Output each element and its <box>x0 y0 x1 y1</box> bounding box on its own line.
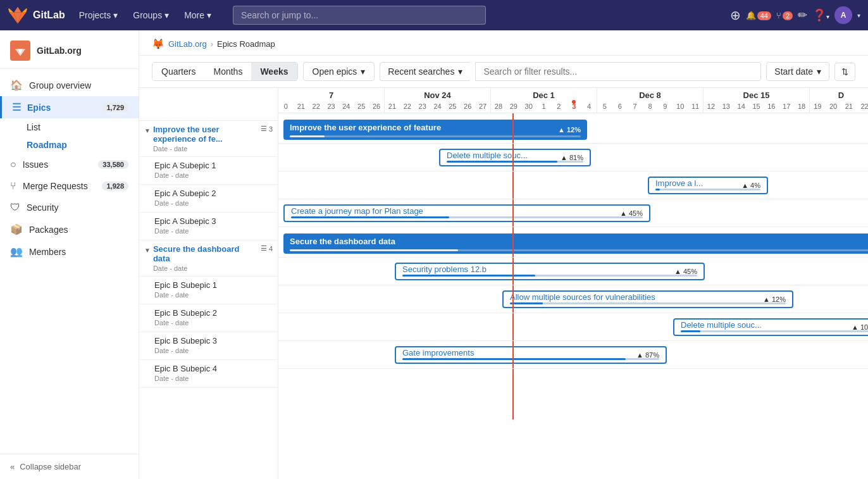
sidebar-item-merge-requests[interactable]: ⑂ Merge Requests 1,928 <box>0 175 139 197</box>
epic-title[interactable]: Secure the dashboard data <box>153 244 258 263</box>
subepic-bar[interactable]: Create a journey map for Plan stage ▲ 45… <box>283 204 650 222</box>
brand-name: GitLab <box>33 9 65 21</box>
members-icon: 👥 <box>10 246 23 258</box>
collapse-label: Collapse sidebar <box>20 462 81 471</box>
subepic-bar-label: Delete multiple souc... <box>447 151 528 165</box>
issues-count-badge: 33,580 <box>98 160 128 169</box>
edit-icon[interactable]: ✏ <box>798 8 807 22</box>
epic-title[interactable]: Improve the user experience of fe... <box>153 125 258 144</box>
date-day: 21 <box>294 101 309 113</box>
subepic-title[interactable]: Epic B Subepic 4 <box>154 364 273 373</box>
recent-searches-button[interactable]: Recent searches ▾ <box>380 62 470 81</box>
date-week: D 19 20 21 22 <box>810 88 868 113</box>
date-day: 13 <box>719 101 734 113</box>
subepic-bar[interactable]: Delete multiple souc... ▲ 10% <box>673 318 868 336</box>
sidebar-item-label: List <box>27 122 40 132</box>
breadcrumb-separator: › <box>211 39 213 49</box>
user-avatar[interactable]: A <box>834 6 852 24</box>
bar-progress-track <box>447 161 583 163</box>
subepic-date: Date - date <box>154 171 273 179</box>
sort-icon: ⇅ <box>841 67 848 77</box>
bar-progress-track <box>290 135 581 137</box>
subepic-bar[interactable]: Gate improvements ▲ 87% <box>395 346 667 364</box>
date-days-row: 12 13 14 15 16 17 18 <box>704 101 809 113</box>
week-label: D <box>838 88 844 101</box>
date-day: 26 <box>460 101 475 113</box>
subepic-bar[interactable]: Security problems 12.b ▲ 45% <box>395 263 705 280</box>
merge-request-icon: ⑂ <box>10 180 16 192</box>
plus-icon[interactable]: ⊕ <box>730 8 741 23</box>
weeks-button[interactable]: Weeks <box>251 63 297 80</box>
subepic-title[interactable]: Epic A Subepic 2 <box>154 189 273 198</box>
subepic-title[interactable]: Epic B Subepic 3 <box>154 336 273 345</box>
subepic-bar[interactable]: Improve a l... ▲ 4% <box>648 177 768 194</box>
global-search-input[interactable] <box>233 6 486 25</box>
start-date-button[interactable]: Start date ▾ <box>766 62 829 81</box>
filter-input[interactable] <box>475 62 761 81</box>
date-day: 14 <box>734 101 749 113</box>
date-day: 9 <box>657 101 673 113</box>
subepic-bar-label: Create a journey map for Plan stage <box>291 206 423 221</box>
week-label: Dec 8 <box>639 88 661 101</box>
subepic-date: Date - date <box>154 347 273 354</box>
sidebar-item-issues[interactable]: ○ Issues 33,580 <box>0 154 139 175</box>
epic-bar[interactable]: Improve the user experience of feature ▲… <box>283 120 587 140</box>
epic-date: Date - date <box>153 145 258 152</box>
collapse-sidebar-button[interactable]: « Collapse sidebar <box>0 454 139 479</box>
today-line <box>512 258 514 285</box>
subepic-row: Epic A Subepic 2 Date - date <box>139 185 278 213</box>
months-button[interactable]: Months <box>204 63 251 80</box>
date-day: 19 <box>810 101 826 113</box>
merge-requests-icon[interactable]: ⑂2 <box>776 11 793 20</box>
help-icon[interactable]: ❓▾ <box>812 8 829 22</box>
subepic-row: Epic B Subepic 4 Date - date <box>139 360 278 388</box>
todo-badge[interactable]: 🔔44 <box>746 11 771 20</box>
subepic-title[interactable]: Epic A Subepic 3 <box>154 216 273 226</box>
subepic-date: Date - date <box>154 199 273 207</box>
date-day: 30 <box>521 101 536 113</box>
quarters-button[interactable]: Quarters <box>152 63 204 80</box>
subepic-bar[interactable]: Allow multiple sources for vulnerabiliti… <box>502 290 793 308</box>
sidebar-item-security[interactable]: 🛡 Security <box>0 197 139 218</box>
subepic-row: Epic A Subepic 1 Date - date <box>139 157 278 185</box>
date-day: 21 <box>385 101 400 113</box>
subepic-title[interactable]: Epic B Subepic 2 <box>154 308 273 318</box>
sidebar-item-members[interactable]: 👥 Members <box>0 240 139 263</box>
brand-logo[interactable]: GitLab <box>8 5 65 25</box>
sidebar-item-group-overview[interactable]: 🏠 Group overview <box>0 74 139 96</box>
nav-groups[interactable]: Groups ▾ <box>127 6 175 24</box>
date-day: 24 <box>430 101 445 113</box>
timeline-subepic-row: Security problems 12.b ▲ 45% <box>278 258 868 285</box>
sidebar-item-list[interactable]: List <box>27 118 139 136</box>
avatar-chevron-icon[interactable]: ▾ <box>857 12 860 19</box>
open-epics-button[interactable]: Open epics ▾ <box>303 62 375 81</box>
sidebar-item-packages[interactable]: 📦 Packages <box>0 218 139 240</box>
sidebar-item-roadmap[interactable]: Roadmap <box>27 136 139 154</box>
sidebar-item-epics[interactable]: ☰ Epics 1,729 <box>0 96 139 118</box>
epic-toggle-button[interactable] <box>144 246 151 254</box>
collapse-icon: « <box>10 462 15 471</box>
today-line <box>512 227 514 257</box>
subepic-title[interactable]: Epic B Subepic 1 <box>154 280 273 290</box>
navbar-actions: ⊕ 🔔44 ⑂2 ✏ ❓▾ A ▾ <box>730 6 860 24</box>
date-header: 7 0 21 22 23 24 25 26 <box>278 88 868 113</box>
subepic-bar[interactable]: Delete multiple souc... ▲ 81% <box>439 149 591 166</box>
epic-toggle-button[interactable] <box>144 126 151 135</box>
sidebar-item-label: Packages <box>29 225 68 235</box>
subepic-title[interactable]: Epic A Subepic 1 <box>154 161 273 170</box>
timeline-subepic-row: Delete multiple souc... ▲ 10% <box>278 313 868 341</box>
timeframe-selector: Quarters Months Weeks <box>152 62 298 81</box>
bar-progress-track <box>681 330 868 332</box>
org-logo-icon <box>14 44 27 57</box>
bar-progress-fill <box>291 216 449 218</box>
date-week: Dec 15 12 13 14 15 16 17 18 <box>704 88 810 113</box>
breadcrumb-org-link[interactable]: GitLab.org <box>168 39 207 49</box>
sort-button[interactable]: ⇅ <box>834 63 855 81</box>
epic-bar[interactable]: Secure the dashboard data ▲ 25% <box>283 233 868 254</box>
nav-more[interactable]: More ▾ <box>178 6 218 24</box>
date-day: 7 <box>628 101 643 113</box>
nav-projects[interactable]: Projects ▾ <box>73 6 125 24</box>
epic-date: Date - date <box>153 264 258 272</box>
today-line <box>512 341 514 368</box>
chevron-down-icon: ▾ <box>164 10 169 20</box>
